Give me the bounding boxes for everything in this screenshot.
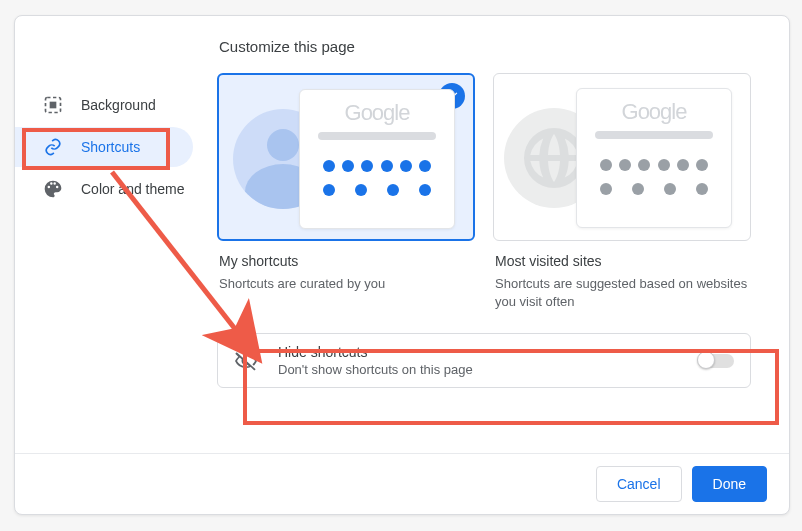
sidebar-item-label: Background [81, 97, 156, 113]
option-desc: Shortcuts are curated by you [219, 275, 475, 293]
option-my-shortcuts: Google My shortcuts Shortcuts are curate… [217, 73, 475, 311]
option-title: My shortcuts [219, 253, 475, 269]
tile-my-shortcuts[interactable]: Google [217, 73, 475, 241]
toggle-knob [697, 351, 715, 369]
sidebar-item-label: Shortcuts [81, 139, 140, 155]
main-panel: Customize this page Google [193, 28, 789, 453]
page-title: Customize this page [219, 38, 751, 55]
preview-card: Google [576, 88, 732, 228]
palette-icon [43, 179, 63, 199]
dialog-body: Background Shortcuts Color and theme Cus… [15, 16, 789, 453]
visibility-off-icon [234, 349, 258, 373]
shortcut-dots [591, 153, 717, 201]
hide-shortcuts-row: Hide shortcuts Don't show shortcuts on t… [217, 333, 751, 388]
tile-most-visited[interactable]: Google [493, 73, 751, 241]
search-bar-placeholder [318, 132, 436, 140]
sidebar-item-label: Color and theme [81, 181, 185, 197]
sidebar: Background Shortcuts Color and theme [15, 28, 193, 453]
hide-text: Hide shortcuts Don't show shortcuts on t… [278, 344, 698, 377]
background-icon [43, 95, 63, 115]
hide-desc: Don't show shortcuts on this page [278, 362, 698, 377]
option-desc: Shortcuts are suggested based on website… [495, 275, 751, 311]
svg-rect-1 [50, 102, 57, 109]
customize-dialog: Background Shortcuts Color and theme Cus… [14, 15, 790, 515]
sidebar-item-shortcuts[interactable]: Shortcuts [15, 127, 193, 167]
link-icon [43, 137, 63, 157]
done-button[interactable]: Done [692, 466, 767, 502]
options-row: Google My shortcuts Shortcuts are curate… [217, 73, 751, 311]
option-most-visited: Google Most visited sites Shortcuts are … [493, 73, 751, 311]
sidebar-item-color-theme[interactable]: Color and theme [15, 169, 193, 209]
google-logo: Google [314, 100, 440, 126]
dialog-footer: Cancel Done [15, 453, 789, 514]
google-logo: Google [591, 99, 717, 125]
search-bar-placeholder [595, 131, 713, 139]
shortcut-dots [314, 154, 440, 202]
hide-shortcuts-toggle[interactable] [698, 354, 734, 368]
cancel-button[interactable]: Cancel [596, 466, 682, 502]
hide-title: Hide shortcuts [278, 344, 698, 360]
preview-card: Google [299, 89, 455, 229]
sidebar-item-background[interactable]: Background [15, 85, 193, 125]
option-title: Most visited sites [495, 253, 751, 269]
